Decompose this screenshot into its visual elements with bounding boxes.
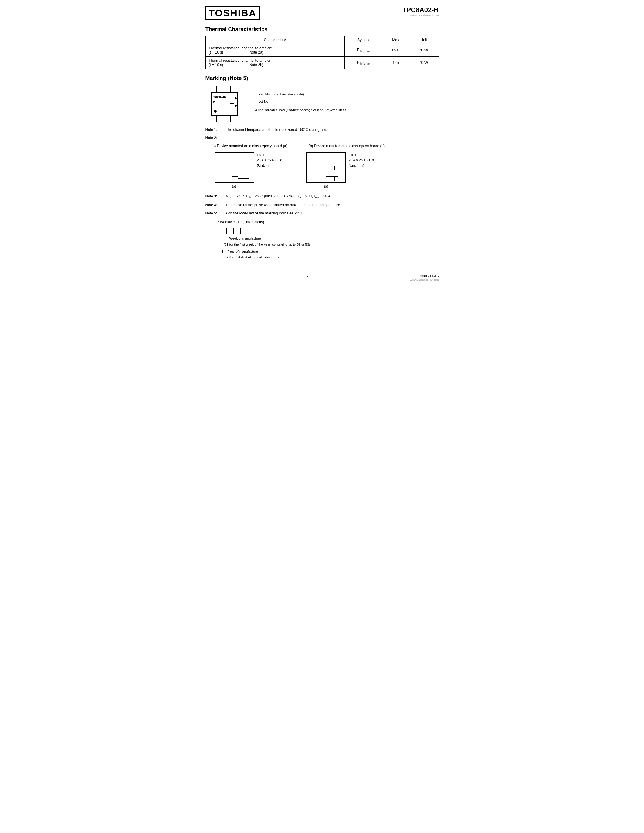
row1-symbol: Rth (ch-a)	[344, 44, 382, 57]
table-row: Thermal resistance, channel to ambient (…	[206, 57, 438, 69]
thermal-table: Characteristic Symbol Max Unit Thermal r…	[206, 36, 439, 69]
footer-date: 2006-11-16	[410, 274, 438, 278]
col-header-max: Max	[382, 36, 409, 44]
ic-label-line2: H	[213, 100, 216, 104]
weekly-code-section: * Weekly code: (Three digits) Week of ma…	[211, 219, 439, 260]
note2b-text: (b) Device mounted on a glass-epoxy boar…	[309, 143, 385, 149]
row2-unit: °C/W	[409, 57, 438, 69]
board-diagram-b: FR-4 25.4 × 25.4 × 0.8 (Unit: mm) (b)	[306, 152, 374, 189]
row2-characteristic: Thermal resistance, channel to ambient (…	[206, 57, 344, 69]
marking-diagram: TPC8A02 H —— Part No. (or abbreviation c…	[206, 86, 439, 122]
page-header: TOSHIBA TPC8A02-H www.DataSheet4U.com	[206, 6, 439, 20]
page-number: 2	[307, 276, 309, 280]
board-diagram-a: FR-4 25.4 × 25.4 × 0.8 (Unit: mm) (a)	[214, 152, 282, 189]
note-4: Note 4: Repetitive rating: pulse width l…	[206, 203, 439, 208]
thermal-section-title: Thermal Characteristics	[206, 26, 439, 33]
note3-text: VDD = 24 V, Tch = 25°C (initial), L = 0.…	[226, 193, 331, 200]
page-footer: 2 2006-11-16 www.DataSheet4U.com	[206, 272, 439, 281]
row1-characteristic: Thermal resistance, channel to ambient (…	[206, 44, 344, 57]
note-3: Note 3: VDD = 24 V, Tch = 25°C (initial)…	[206, 193, 439, 200]
marking-label-3: A line indicates lead (Pb)-free package …	[251, 106, 347, 114]
notes-section: Note 1: The channel temperature should n…	[206, 127, 439, 260]
marking-label-2: —— Lot No.	[251, 98, 347, 105]
note-5: Note 5: • on the lower left of the marki…	[206, 211, 439, 216]
marking-label-1: —— Part No. (or abbreviation code)	[251, 90, 347, 98]
part-number: TPC8A02-H	[402, 6, 439, 14]
marking-section-title: Marking (Note 5)	[206, 75, 439, 82]
row2-symbol: Rth (ch-a)	[344, 57, 382, 69]
header-watermark: www.DataSheet4U.com	[402, 14, 439, 17]
note2a-text: (a) Device mounted on a glass-epoxy boar…	[211, 143, 288, 149]
ic-label-line1: TPC8A02	[213, 96, 227, 99]
row1-unit: °C/W	[409, 44, 438, 57]
col-header-symbol: Symbol	[344, 36, 382, 44]
row2-max: 125	[382, 57, 409, 69]
note-2-label: Note 2:	[206, 135, 439, 141]
col-header-characteristic: Characteristic	[206, 36, 344, 44]
col-header-unit: Unit	[409, 36, 438, 44]
note-1: Note 1: The channel temperature should n…	[206, 127, 439, 133]
toshiba-logo: TOSHIBA	[206, 6, 260, 20]
row1-max: 65.8	[382, 44, 409, 57]
table-row: Thermal resistance, channel to ambient (…	[206, 44, 438, 57]
footer-watermark: www.DataSheet4U.com	[410, 278, 438, 281]
